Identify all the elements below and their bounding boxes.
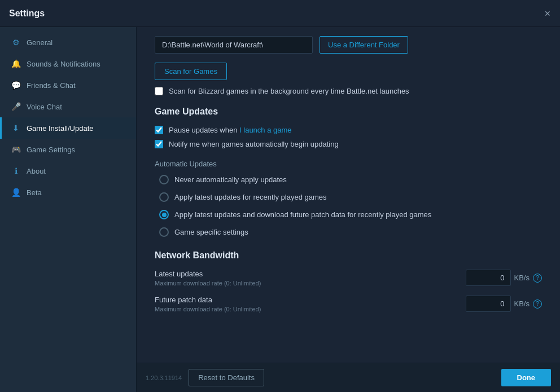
radio-circle-specific	[159, 227, 169, 237]
automatic-updates-options: Never automatically apply updates Apply …	[159, 175, 542, 237]
radio-latest-future[interactable]: Apply latest updates and download future…	[159, 210, 542, 219]
game-updates-checkboxes: Pause updates when I launch a game Notif…	[155, 126, 542, 148]
main-layout: ⚙ General 🔔 Sounds & Notifications 💬 Fri…	[0, 27, 560, 392]
sidebar-label-gamesettings: Game Settings	[27, 146, 75, 154]
chat-icon: 💬	[11, 80, 21, 90]
sidebar-label-beta: Beta	[27, 188, 42, 197]
bandwidth-input-latest[interactable]	[466, 270, 511, 286]
info-icon-future[interactable]: ?	[533, 299, 542, 309]
radio-label-specific: Game specific settings	[174, 228, 248, 236]
user-icon: 👤	[11, 187, 21, 197]
sidebar-item-voice[interactable]: 🎤 Voice Chat	[0, 96, 136, 117]
sidebar-item-general[interactable]: ⚙ General	[0, 32, 136, 53]
reset-to-defaults-button[interactable]: Reset to Defaults	[189, 369, 264, 386]
sidebar-item-gameinstall[interactable]: ⬇ Game Install/Update	[0, 117, 136, 139]
sidebar-label-about: About	[27, 167, 46, 175]
scan-background-label: Scan for Blizzard games in the backgroun…	[169, 87, 409, 95]
sidebar-item-sounds[interactable]: 🔔 Sounds & Notifications	[0, 53, 136, 74]
pause-updates-row: Pause updates when I launch a game	[155, 126, 542, 134]
radio-recent[interactable]: Apply latest updates for recently played…	[159, 192, 542, 202]
game-updates-heading: Game Updates	[155, 107, 542, 117]
bandwidth-label-group-latest: Latest updates Maximum download rate (0:…	[155, 270, 457, 287]
sidebar-label-gameinstall: Game Install/Update	[27, 124, 94, 133]
sidebar-item-about[interactable]: ℹ About	[0, 160, 136, 182]
sidebar-label-friends: Friends & Chat	[27, 81, 76, 90]
network-bandwidth-heading: Network Bandwidth	[155, 250, 542, 261]
pause-updates-checkbox[interactable]	[155, 126, 163, 134]
info-circle-icon: ℹ	[11, 166, 21, 176]
bell-icon: 🔔	[11, 59, 21, 69]
bandwidth-title-future: Future patch data	[155, 296, 457, 304]
footer: 1.20.3.11914 Reset to Defaults Done	[137, 363, 560, 392]
gear-icon: ⚙	[11, 37, 21, 47]
bandwidth-subtitle-latest: Maximum download rate (0: Unlimited)	[155, 280, 457, 287]
automatic-updates-label: Automatic Updates	[155, 160, 542, 168]
gamepad-icon: 🎮	[11, 144, 21, 155]
sidebar-item-beta[interactable]: 👤 Beta	[0, 182, 136, 203]
folder-row: Use a Different Folder	[155, 36, 542, 54]
mic-icon: 🎤	[11, 102, 21, 112]
bandwidth-label-group-future: Future patch data Maximum download rate …	[155, 296, 457, 312]
radio-label-latest-future: Apply latest updates and download future…	[174, 210, 431, 219]
scan-background-checkbox[interactable]	[155, 87, 163, 95]
sidebar-label-voice: Voice Chat	[27, 103, 62, 111]
kbps-label-future: KB/s	[514, 299, 530, 308]
kbps-label-latest: KB/s	[514, 274, 530, 282]
bandwidth-input-future[interactable]	[466, 296, 511, 312]
sidebar-item-gamesettings[interactable]: 🎮 Game Settings	[0, 139, 136, 160]
scan-for-games-button[interactable]: Scan for Games	[155, 63, 227, 80]
download-icon: ⬇	[11, 123, 21, 133]
bandwidth-row-latest: Latest updates Maximum download rate (0:…	[155, 270, 542, 287]
content-area: Use a Different Folder Scan for Games Sc…	[137, 27, 560, 363]
radio-label-recent: Apply latest updates for recently played…	[174, 193, 327, 201]
bandwidth-title-latest: Latest updates	[155, 270, 457, 278]
notify-updates-row: Notify me when games automatically begin…	[155, 140, 542, 148]
scan-background-row: Scan for Blizzard games in the backgroun…	[155, 87, 542, 95]
radio-label-never: Never automatically apply updates	[174, 175, 287, 184]
notify-updates-label: Notify me when games automatically begin…	[169, 140, 339, 148]
scan-section: Scan for Games	[155, 63, 542, 80]
network-bandwidth-section: Network Bandwidth Latest updates Maximum…	[155, 250, 542, 312]
window-title: Settings	[9, 8, 45, 19]
notify-updates-checkbox[interactable]	[155, 140, 163, 148]
radio-circle-recent	[159, 192, 169, 202]
radio-circle-never	[159, 175, 169, 184]
radio-never[interactable]: Never automatically apply updates	[159, 175, 542, 184]
version-label: 1.20.3.11914	[146, 375, 182, 381]
sidebar: ⚙ General 🔔 Sounds & Notifications 💬 Fri…	[0, 27, 137, 392]
title-bar: Settings ✕	[0, 0, 560, 27]
bandwidth-row-future: Future patch data Maximum download rate …	[155, 296, 542, 312]
radio-specific[interactable]: Game specific settings	[159, 227, 542, 237]
pause-updates-label: Pause updates when I launch a game	[169, 126, 292, 134]
highlight-launch-game: I launch a game	[239, 126, 292, 134]
done-button[interactable]: Done	[501, 369, 552, 386]
sidebar-label-general: General	[27, 38, 53, 47]
radio-circle-latest-future	[159, 210, 169, 219]
use-different-folder-button[interactable]: Use a Different Folder	[320, 36, 408, 54]
sidebar-item-friends[interactable]: 💬 Friends & Chat	[0, 74, 136, 96]
info-icon-latest[interactable]: ?	[533, 274, 542, 283]
folder-path-input[interactable]	[155, 36, 313, 54]
bandwidth-input-group-future: KB/s ?	[466, 296, 542, 312]
sidebar-label-sounds: Sounds & Notifications	[27, 60, 100, 68]
bandwidth-subtitle-future: Maximum download rate (0: Unlimited)	[155, 306, 457, 312]
close-button[interactable]: ✕	[544, 9, 551, 18]
bandwidth-input-group-latest: KB/s ?	[466, 270, 542, 286]
